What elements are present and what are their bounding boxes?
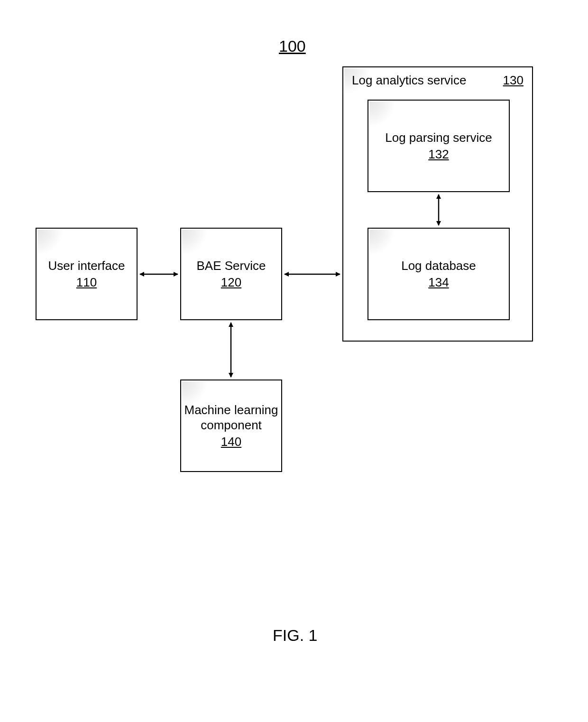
- block-log-database: Log database 134: [368, 228, 510, 320]
- ml-component-ref: 140: [221, 434, 241, 450]
- log-parsing-ref: 132: [428, 147, 449, 162]
- figure-ref-number: 100: [279, 37, 306, 56]
- log-database-ref: 134: [428, 275, 449, 290]
- diagram-canvas: 100 Log analytics service 130 Log parsin…: [0, 0, 588, 722]
- user-interface-label: User interface: [48, 258, 125, 274]
- block-log-parsing-service: Log parsing service 132: [368, 100, 510, 192]
- bae-service-label: BAE Service: [197, 258, 266, 274]
- block-machine-learning-component: Machine learning component 140: [180, 380, 282, 472]
- user-interface-ref: 110: [76, 275, 97, 290]
- ml-component-label-line1: Machine learning: [184, 402, 278, 418]
- bae-service-ref: 120: [221, 275, 241, 290]
- log-analytics-label: Log analytics service: [352, 73, 466, 88]
- block-user-interface: User interface 110: [36, 228, 138, 320]
- block-bae-service: BAE Service 120: [180, 228, 282, 320]
- figure-caption: FIG. 1: [273, 626, 317, 645]
- log-database-label: Log database: [401, 258, 476, 274]
- ml-component-label-line2: component: [201, 417, 262, 433]
- log-analytics-ref: 130: [503, 73, 524, 88]
- log-parsing-label: Log parsing service: [385, 130, 492, 146]
